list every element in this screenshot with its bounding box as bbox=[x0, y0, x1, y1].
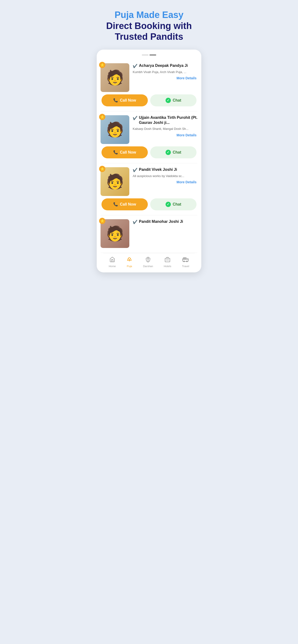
phone-icon-1: 📞 bbox=[113, 98, 118, 102]
hero-section: Puja Made Easy Direct Booking with Trust… bbox=[94, 0, 204, 50]
action-buttons-3: 📞 Call Now ✓ Chat bbox=[100, 198, 198, 210]
nav-label-darshan: Darshan bbox=[143, 265, 153, 268]
chat-button-2[interactable]: ✓ Chat bbox=[150, 146, 197, 158]
pandit-services-2: Kalsarp Dosh Shanti, Mangal Dosh Sh... bbox=[133, 126, 198, 131]
hero-title-blue: Puja Made Easy bbox=[99, 10, 199, 20]
hero-title-dark: Direct Booking with Trusted Pandits bbox=[99, 20, 199, 42]
pandit-name-row-4: ✔️ Pandit Manohar Joshi Ji bbox=[133, 219, 198, 224]
pandit-name-row-1: ✔️ Acharya Deepak Pandya Ji bbox=[133, 63, 198, 68]
call-now-button-1[interactable]: 📞 Call Now bbox=[101, 94, 148, 106]
page-container: Puja Made Easy Direct Booking with Trust… bbox=[94, 0, 204, 644]
verified-icon-4: ✔️ bbox=[133, 220, 137, 224]
svg-rect-11 bbox=[185, 258, 186, 259]
pandit-card-1: 🧑 ⭐ ✔️ Acharya Deepak Pandya Ji Kumbh Vi… bbox=[100, 60, 198, 112]
scroll-dot-2 bbox=[150, 54, 156, 56]
nav-item-travel[interactable]: Travel bbox=[179, 256, 192, 268]
pandit-details-1: ✔️ Acharya Deepak Pandya Ji Kumbh Vivah … bbox=[133, 63, 198, 83]
phone-card: 🧑 ⭐ ✔️ Acharya Deepak Pandya Ji Kumbh Vi… bbox=[97, 50, 201, 272]
star-badge-1: ⭐ bbox=[99, 62, 105, 68]
bottom-nav: Home Puja bbox=[103, 253, 195, 272]
pandit-info-row-4: 🧑 ⭐ ✔️ Pandit Manohar Joshi Ji bbox=[100, 219, 198, 248]
pandit-info-row-1: 🧑 ⭐ ✔️ Acharya Deepak Pandya Ji Kumbh Vi… bbox=[100, 63, 198, 92]
nav-label-travel: Travel bbox=[182, 265, 189, 268]
pandit-card-3: 🧑 ⭐ ✔️ Pandit Vivek Joshi Ji All auspici… bbox=[100, 164, 198, 216]
pandit-image-wrap-1: 🧑 ⭐ bbox=[100, 63, 129, 92]
phone-icon-2: 📞 bbox=[113, 150, 118, 154]
star-badge-3: ⭐ bbox=[99, 166, 105, 172]
star-badge-4: ⭐ bbox=[99, 218, 105, 224]
pandit-card-4: 🧑 ⭐ ✔️ Pandit Manohar Joshi Ji bbox=[100, 216, 198, 253]
nav-label-puja: Puja bbox=[127, 265, 132, 268]
phone-icon-3: 📞 bbox=[113, 202, 118, 206]
chat-button-1[interactable]: ✓ Chat bbox=[150, 94, 197, 106]
pandit-image-wrap-2: 🧑 ⭐ bbox=[100, 115, 129, 144]
nav-item-darshan[interactable]: Darshan bbox=[140, 256, 156, 268]
svg-point-0 bbox=[128, 258, 130, 260]
pandit-info-row-2: 🧑 ⭐ ✔️ Ujjain Avantika Tirth Purohit (Pt… bbox=[100, 115, 198, 144]
puja-icon bbox=[126, 256, 132, 264]
chat-label-2: Chat bbox=[173, 150, 181, 154]
pandit-name-row-3: ✔️ Pandit Vivek Joshi Ji bbox=[133, 167, 198, 172]
call-now-label-3: Call Now bbox=[120, 202, 136, 206]
hotels-icon bbox=[165, 256, 170, 264]
verified-icon-2: ✔️ bbox=[133, 116, 137, 120]
pandit-details-3: ✔️ Pandit Vivek Joshi Ji All auspicious … bbox=[133, 167, 198, 187]
nav-label-home: Home bbox=[109, 265, 116, 268]
pandit-name-1: Acharya Deepak Pandya Ji bbox=[139, 63, 188, 68]
whatsapp-icon-2: ✓ bbox=[166, 150, 171, 155]
call-now-button-2[interactable]: 📞 Call Now bbox=[101, 146, 148, 158]
darshan-icon bbox=[145, 256, 151, 264]
chat-button-3[interactable]: ✓ Chat bbox=[150, 198, 197, 210]
pandit-name-2: Ujjain Avantika Tirth Purohit (Pt. Gaura… bbox=[139, 115, 198, 125]
pandit-image-3: 🧑 bbox=[100, 167, 129, 196]
chat-label-3: Chat bbox=[173, 202, 181, 206]
more-details-link-1[interactable]: More Details bbox=[133, 76, 198, 80]
pandit-image-wrap-3: 🧑 ⭐ bbox=[100, 167, 129, 196]
scroll-indicator bbox=[100, 54, 198, 56]
pandit-image-4: 🧑 bbox=[100, 219, 129, 248]
more-details-link-3[interactable]: More Details bbox=[133, 180, 198, 184]
pandit-card-2: 🧑 ⭐ ✔️ Ujjain Avantika Tirth Purohit (Pt… bbox=[100, 112, 198, 164]
more-details-link-2[interactable]: More Details bbox=[133, 133, 198, 137]
chat-label-1: Chat bbox=[173, 98, 181, 102]
nav-item-home[interactable]: Home bbox=[106, 256, 118, 268]
verified-icon-1: ✔️ bbox=[133, 64, 137, 68]
pandit-details-4: ✔️ Pandit Manohar Joshi Ji bbox=[133, 219, 198, 226]
verified-icon-3: ✔️ bbox=[133, 168, 137, 172]
action-buttons-2: 📞 Call Now ✓ Chat bbox=[100, 146, 198, 158]
call-now-label-1: Call Now bbox=[120, 98, 136, 102]
travel-icon bbox=[182, 256, 189, 264]
pandit-name-row-2: ✔️ Ujjain Avantika Tirth Purohit (Pt. Ga… bbox=[133, 115, 198, 125]
pandit-image-wrap-4: 🧑 ⭐ bbox=[100, 219, 129, 248]
call-now-button-3[interactable]: 📞 Call Now bbox=[101, 198, 148, 210]
pandit-services-3: All auspicious works by Vaidokta sc... bbox=[133, 174, 198, 178]
pandit-services-1: Kumbh Vivah Puja, Arch Vivah Puja, ... bbox=[133, 70, 198, 74]
whatsapp-icon-1: ✓ bbox=[166, 98, 171, 103]
pandit-image-1: 🧑 bbox=[100, 63, 129, 92]
pandit-name-3: Pandit Vivek Joshi Ji bbox=[139, 167, 177, 172]
action-buttons-1: 📞 Call Now ✓ Chat bbox=[100, 94, 198, 106]
pandit-name-4: Pandit Manohar Joshi Ji bbox=[139, 219, 183, 224]
pandit-image-2: 🧑 bbox=[100, 115, 129, 144]
home-icon bbox=[109, 256, 115, 264]
scroll-dot-1 bbox=[142, 54, 148, 56]
nav-item-hotels[interactable]: Hotels bbox=[161, 256, 174, 268]
nav-label-hotels: Hotels bbox=[164, 265, 171, 268]
star-badge-2: ⭐ bbox=[99, 114, 105, 120]
call-now-label-2: Call Now bbox=[120, 150, 136, 154]
pandit-info-row-3: 🧑 ⭐ ✔️ Pandit Vivek Joshi Ji All auspici… bbox=[100, 167, 198, 196]
whatsapp-icon-3: ✓ bbox=[166, 202, 171, 207]
nav-item-puja[interactable]: Puja bbox=[123, 256, 135, 268]
pandit-details-2: ✔️ Ujjain Avantika Tirth Purohit (Pt. Ga… bbox=[133, 115, 198, 140]
